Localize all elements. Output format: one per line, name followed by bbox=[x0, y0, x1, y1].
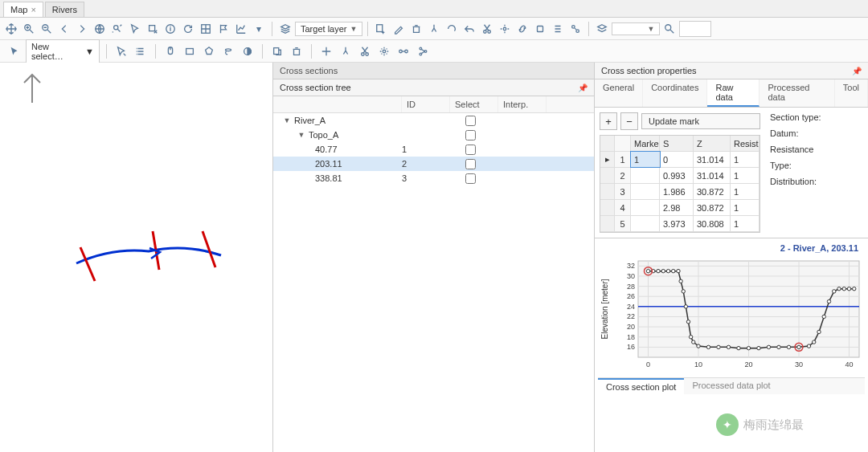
tab-processed-data[interactable]: Processed data bbox=[760, 79, 834, 107]
tab-coordinates[interactable]: Coordinates bbox=[643, 79, 707, 107]
new-feature-icon[interactable] bbox=[373, 21, 389, 37]
expand-icon[interactable]: ▼ bbox=[283, 116, 291, 124]
tree-row[interactable]: 203.11 2 bbox=[273, 157, 594, 171]
chart-tab-processed-data-plot[interactable]: Processed data plot bbox=[684, 378, 778, 394]
mouse-icon[interactable] bbox=[162, 43, 178, 59]
layer-combo[interactable]: ▼ bbox=[612, 22, 660, 35]
add-row-button[interactable]: + bbox=[600, 112, 617, 130]
tree-row[interactable]: 338.81 3 bbox=[273, 171, 594, 185]
pin-icon[interactable]: 📌 bbox=[578, 83, 588, 92]
tab-raw-data[interactable]: Raw data bbox=[707, 79, 760, 107]
map-view[interactable] bbox=[0, 63, 273, 452]
zoom-out-icon[interactable] bbox=[39, 21, 55, 37]
cross-section-chart[interactable]: 161820222426283032010203040Elevation [me… bbox=[598, 255, 863, 375]
delete-icon[interactable] bbox=[408, 21, 424, 37]
table-header[interactable]: Marke bbox=[631, 136, 660, 151]
table-header[interactable]: Z bbox=[694, 136, 731, 151]
flag-icon[interactable] bbox=[215, 21, 231, 37]
main-toolbar: ▾ Target layer▼ ▼ bbox=[0, 18, 868, 40]
zoom-in-icon[interactable] bbox=[21, 21, 37, 37]
pointer-icon[interactable] bbox=[6, 43, 23, 59]
table-row[interactable]: 4 2.98 30.872 1 bbox=[600, 200, 760, 216]
refresh-icon[interactable] bbox=[180, 21, 196, 37]
rotate-icon[interactable] bbox=[444, 21, 460, 37]
tree-item-checkbox[interactable] bbox=[465, 116, 476, 126]
tree-item-label: 40.77 bbox=[312, 145, 338, 154]
split-icon[interactable] bbox=[426, 21, 442, 37]
tree-row[interactable]: ▼ Topo_A bbox=[273, 128, 594, 142]
expand-icon[interactable]: ▼ bbox=[297, 131, 305, 139]
layers-icon[interactable] bbox=[277, 21, 293, 37]
props-title: Cross section properties 📌 bbox=[595, 63, 868, 79]
link-icon[interactable] bbox=[514, 21, 530, 37]
cross-section-3[interactable] bbox=[203, 231, 215, 267]
rect-select-icon[interactable] bbox=[182, 43, 198, 59]
river-line[interactable] bbox=[76, 248, 221, 263]
close-icon[interactable]: × bbox=[31, 5, 35, 14]
tab-tool[interactable]: Tool bbox=[835, 79, 868, 107]
table-header[interactable]: Resista bbox=[731, 136, 760, 151]
info-icon[interactable] bbox=[162, 21, 178, 37]
list-icon[interactable] bbox=[133, 43, 149, 59]
lasso-select-icon[interactable] bbox=[220, 43, 236, 59]
update-markers-button[interactable]: Update mark bbox=[641, 113, 760, 129]
zoom-extent-icon[interactable] bbox=[109, 21, 125, 37]
chart-icon[interactable] bbox=[233, 21, 249, 37]
edit-icon[interactable] bbox=[391, 21, 407, 37]
tree-item-checkbox[interactable] bbox=[465, 145, 476, 155]
svg-point-62 bbox=[672, 269, 675, 272]
scissors-icon[interactable] bbox=[357, 43, 373, 59]
clear-select-icon[interactable] bbox=[145, 21, 161, 37]
tool-a-icon[interactable] bbox=[532, 21, 548, 37]
tab-map[interactable]: Map× bbox=[3, 2, 43, 17]
search-input[interactable] bbox=[679, 21, 711, 37]
prev-icon[interactable] bbox=[56, 21, 72, 37]
tool-b-icon[interactable] bbox=[550, 21, 566, 37]
arrow-select-icon[interactable] bbox=[113, 43, 129, 59]
table-row[interactable]: 5 3.973 30.808 1 bbox=[600, 216, 760, 232]
table-header[interactable]: S bbox=[660, 136, 694, 151]
tree-row[interactable]: 40.77 1 bbox=[273, 142, 594, 157]
svg-point-78 bbox=[777, 345, 780, 348]
polygon-select-icon[interactable] bbox=[201, 43, 217, 59]
table-row[interactable]: ▸ 1 1 0 31.014 1 bbox=[600, 152, 760, 168]
contrast-icon[interactable] bbox=[240, 43, 256, 59]
chart-tab-cross-section-plot[interactable]: Cross section plot bbox=[598, 378, 684, 394]
svg-point-9 bbox=[488, 30, 491, 33]
cross-section-1[interactable] bbox=[80, 247, 95, 281]
pan-icon[interactable] bbox=[3, 21, 19, 37]
chevron-down-icon[interactable]: ▾ bbox=[251, 21, 267, 37]
node-icon[interactable] bbox=[395, 43, 411, 59]
tab-general[interactable]: General bbox=[595, 79, 643, 107]
export-sel-icon[interactable] bbox=[269, 43, 285, 59]
table-row[interactable]: 2 0.993 31.014 1 bbox=[600, 168, 760, 184]
layer-stack-icon[interactable] bbox=[594, 21, 610, 37]
delete-sel-icon[interactable] bbox=[289, 43, 305, 59]
tree-item-checkbox[interactable] bbox=[465, 130, 476, 140]
undo-icon[interactable] bbox=[461, 21, 477, 37]
svg-text:16: 16 bbox=[627, 343, 635, 351]
tree-item-checkbox[interactable] bbox=[465, 159, 476, 169]
search-icon[interactable] bbox=[661, 21, 678, 37]
tree-item-checkbox[interactable] bbox=[465, 173, 476, 184]
pin-icon[interactable]: 📌 bbox=[852, 67, 862, 75]
tab-rivers[interactable]: Rivers bbox=[45, 2, 84, 17]
target-layer-dropdown[interactable]: Target layer▼ bbox=[295, 22, 362, 36]
table-row[interactable]: 3 1.986 30.872 1 bbox=[600, 184, 760, 200]
globe-icon[interactable] bbox=[92, 21, 108, 37]
snap-icon[interactable] bbox=[497, 21, 513, 37]
move-icon[interactable] bbox=[318, 43, 334, 59]
grid-icon[interactable] bbox=[198, 21, 214, 37]
next-icon[interactable] bbox=[74, 21, 90, 37]
tree-row[interactable]: ▼ River_A bbox=[273, 113, 594, 128]
merge-icon[interactable] bbox=[415, 43, 431, 59]
branch-icon[interactable] bbox=[338, 43, 354, 59]
cut-icon[interactable] bbox=[479, 21, 495, 37]
tree-body[interactable]: ▼ River_A ▼ Topo_A 40.77 1 203.11 2 338.… bbox=[273, 113, 594, 452]
raw-data-table[interactable]: MarkeSZResista ▸ 1 1 0 31.014 1 2 0.993 … bbox=[600, 135, 760, 233]
select-mode-dropdown[interactable]: New select…▼ bbox=[26, 39, 100, 63]
pointer-tool-icon[interactable] bbox=[127, 21, 143, 37]
gear-icon[interactable] bbox=[376, 43, 392, 59]
tool-c-icon[interactable] bbox=[567, 21, 583, 37]
remove-row-button[interactable]: − bbox=[620, 112, 638, 130]
